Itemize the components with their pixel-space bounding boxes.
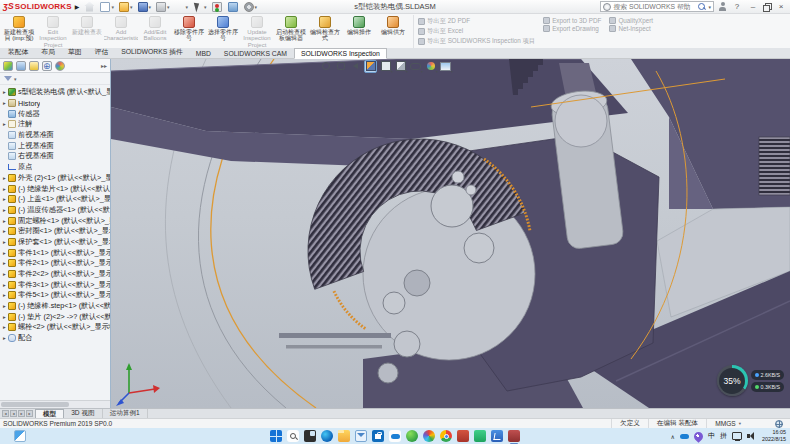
tree-row[interactable]: 固定螺栓<1> (默认<<默认>_显示: [1, 215, 110, 226]
tree-row[interactable]: (-) 上盖<1> (默认<<默认>_显示状: [1, 194, 110, 205]
quick-access-button[interactable]: [118, 2, 134, 12]
command-manager-tab[interactable]: 草图: [62, 46, 88, 58]
quick-access-button[interactable]: [192, 2, 208, 12]
command-manager-tab[interactable]: 布局: [35, 46, 61, 58]
expand-arrow-icon[interactable]: [1, 303, 8, 309]
expand-arrow-icon[interactable]: [1, 207, 8, 213]
ribbon-button[interactable]: 编辑操作: [342, 15, 376, 48]
ribbon-button[interactable]: 启动检查模板编辑器: [274, 15, 308, 48]
quick-access-button[interactable]: [227, 2, 240, 12]
model-view-tab[interactable]: 模型: [35, 409, 64, 418]
volume-icon[interactable]: [747, 432, 757, 440]
expand-arrow-icon[interactable]: [1, 271, 8, 277]
tree-row[interactable]: (-) 温度传感器<1> (默认<<默认>_: [1, 205, 110, 216]
heads-up-icon[interactable]: [334, 60, 347, 73]
configurationmanager-tab[interactable]: [29, 61, 39, 71]
export-menu-item[interactable]: Net-Inspect: [609, 25, 653, 32]
expand-arrow-icon[interactable]: [1, 314, 8, 320]
tree-row[interactable]: 外壳 (2)<1> (默认<<默认>_显示状: [1, 173, 110, 184]
ribbon-button[interactable]: 编辑供方: [376, 15, 410, 48]
taskbar-app-icon[interactable]: [474, 430, 486, 442]
taskbar-app-icon[interactable]: [355, 430, 367, 442]
featuremanager-tree-tab[interactable]: [3, 61, 13, 71]
heads-up-icon[interactable]: [439, 60, 452, 73]
tree-filter-row[interactable]: ▾: [0, 73, 110, 85]
heads-up-icon[interactable]: [424, 60, 437, 73]
widgets-icon[interactable]: [14, 430, 26, 442]
command-manager-tab[interactable]: SOLIDWORKS Inspection: [294, 48, 387, 59]
search-options-caret[interactable]: ▾: [708, 4, 711, 10]
heads-up-icon[interactable]: [319, 60, 332, 73]
export-menu-item[interactable]: 导出至 Excel: [418, 27, 535, 36]
quick-access-button[interactable]: [99, 2, 115, 12]
tree-row[interactable]: 上视基准面: [1, 140, 110, 151]
taskbar-app-icon[interactable]: [508, 430, 520, 442]
graphics-viewport[interactable]: 35% 2.6KB/S 0.3KB/S: [111, 59, 790, 408]
tree-row[interactable]: 传感器: [1, 108, 110, 119]
tab-scroll-first-icon[interactable]: ◂: [2, 410, 9, 417]
taskbar-app-icon[interactable]: [457, 430, 469, 442]
tree-row[interactable]: 零件2<1> (默认<<默认>_显示状: [1, 258, 110, 269]
expand-arrow-icon[interactable]: [1, 121, 8, 127]
model-3d-render[interactable]: [111, 59, 790, 408]
search-icon[interactable]: [697, 2, 706, 11]
search-scope-icon[interactable]: [603, 3, 611, 11]
expand-arrow-icon[interactable]: [1, 175, 8, 181]
taskbar-app-icon[interactable]: [287, 430, 299, 442]
heads-up-icon[interactable]: [379, 60, 392, 73]
model-view-tab[interactable]: 3D 视图: [64, 409, 102, 418]
expand-arrow-icon[interactable]: [1, 196, 8, 202]
propertymanager-tab[interactable]: [16, 61, 26, 71]
ribbon-button[interactable]: 编辑检查方式: [308, 15, 342, 48]
tab-scroll-last-icon[interactable]: ▸: [26, 410, 33, 417]
tree-row[interactable]: 右视基准面: [1, 151, 110, 162]
command-manager-tab[interactable]: SOLIDWORKS 插件: [115, 46, 189, 58]
search-input[interactable]: [613, 3, 695, 10]
expand-arrow-icon[interactable]: [1, 292, 8, 298]
tree-row[interactable]: 零件3<1> (默认<<默认>_显示状: [1, 279, 110, 290]
taskbar-app-icon[interactable]: [389, 430, 401, 442]
export-menu-item[interactable]: QualityXpert: [609, 17, 653, 24]
taskbar-app-icon[interactable]: [423, 430, 435, 442]
taskbar-app-icon[interactable]: [491, 430, 503, 442]
menu-expand-arrow[interactable]: ▶: [75, 3, 80, 10]
tree-horizontal-scrollbar[interactable]: [0, 400, 110, 408]
ime-pinyin-indicator[interactable]: 拼: [720, 431, 727, 441]
tree-row[interactable]: 注解: [1, 119, 110, 130]
tree-row[interactable]: 密封圈<1> (默认<<默认>_显示状: [1, 226, 110, 237]
minimize-button[interactable]: –: [747, 1, 759, 13]
expand-arrow-icon[interactable]: [1, 260, 8, 266]
ribbon-button[interactable]: 新建检查表: [70, 15, 104, 48]
quick-access-button[interactable]: [174, 2, 190, 12]
network-speed-widget[interactable]: 35% 2.6KB/S 0.3KB/S: [717, 365, 784, 396]
ime-mode-indicator[interactable]: 中: [708, 431, 715, 441]
expand-arrow-icon[interactable]: [1, 89, 8, 95]
heads-up-icon[interactable]: [349, 60, 362, 73]
tree-root-row[interactable]: s型铠装热电偶 (默认<默认_显示状态-1: [1, 87, 110, 98]
close-button[interactable]: ×: [775, 1, 787, 13]
tree-row[interactable]: 配合: [1, 333, 110, 344]
model-view-tab[interactable]: 运动算例1: [103, 409, 148, 418]
tree-row[interactable]: 原点: [1, 162, 110, 173]
ribbon-button[interactable]: Update Inspection Project: [240, 15, 274, 48]
scrollbar-thumb[interactable]: [1, 402, 69, 407]
expand-arrow-icon[interactable]: [1, 100, 8, 106]
percent-gauge[interactable]: 35%: [717, 365, 748, 396]
status-segment[interactable]: 欠定义: [611, 419, 648, 428]
export-menu-item[interactable]: Export eDrawing: [543, 25, 601, 32]
solidworks-logo[interactable]: ʒS SOLIDWORKS: [3, 2, 72, 11]
tree-row[interactable]: 零件5<1> (默认<<默认>_显示状: [1, 290, 110, 301]
quick-access-button[interactable]: [243, 2, 259, 12]
hidden-icons-chevron[interactable]: ∧: [671, 433, 675, 440]
tree-row[interactable]: History: [1, 98, 110, 109]
ribbon-button[interactable]: 选择零件序号: [206, 15, 240, 48]
export-menu-item[interactable]: 导出至 SOLIDWORKS Inspection 项目: [418, 37, 535, 46]
quick-access-button[interactable]: [211, 2, 224, 12]
command-manager-tab[interactable]: 装配体: [2, 46, 34, 58]
tab-scroll-next-icon[interactable]: ▸: [18, 410, 25, 417]
heads-up-icon[interactable]: [394, 60, 407, 73]
ribbon-button[interactable]: Add/Edit Balloons: [138, 15, 172, 48]
expand-arrow-icon[interactable]: [1, 218, 8, 224]
taskbar-app-icon[interactable]: [440, 430, 452, 442]
expand-arrow-icon[interactable]: [1, 250, 8, 256]
